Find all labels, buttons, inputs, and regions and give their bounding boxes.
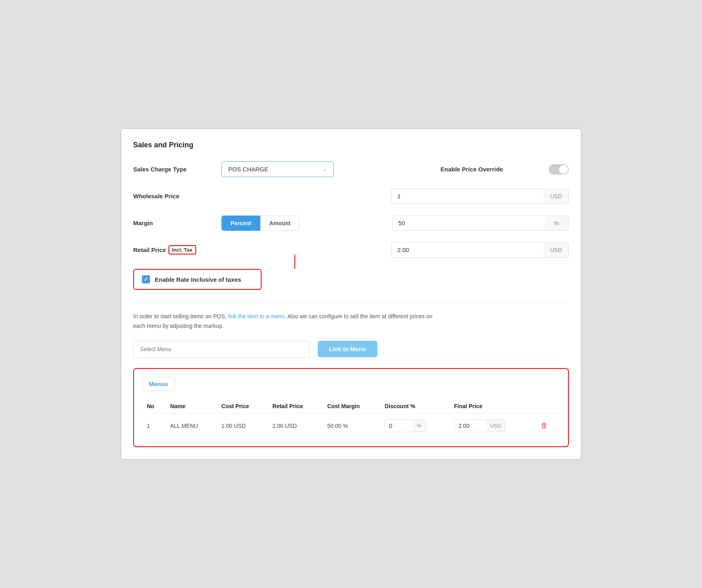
info-line1: In order to start selling items on POS, … [133,313,432,319]
chevron-down-icon: ⌄ [323,166,327,172]
menus-table: No Name Cost Price Retail Price Cost Mar… [142,399,560,438]
wholesale-price-unit: USD [544,189,569,204]
col-no: No [142,399,165,414]
discount-input-group: % [385,419,444,432]
margin-percent-button[interactable]: Percent [221,216,260,231]
col-actions [533,399,560,414]
retail-price-label: Retail Price Incl. Tax [133,245,221,254]
wholesale-price-label: Wholesale Price [133,193,221,199]
retail-price-row: Retail Price Incl. Tax USD [133,242,569,258]
enable-rate-tax-label: Enable Rate Inclusive of taxes [155,276,241,283]
col-final-price: Final Price [449,399,533,414]
margin-toggle-group: Percent Amount [221,216,300,231]
wholesale-price-control: USD [221,188,569,204]
select-menu-row: Link to Menu [133,341,569,358]
final-price-input-group: USD [454,419,528,432]
cell-discount: % [380,413,449,438]
divider [133,302,569,302]
info-text: In order to start selling items on POS, … [133,312,569,331]
sales-pricing-section: Sales and Pricing Sales Charge Type POS … [120,128,582,460]
col-cost-price: Cost Price [217,399,268,414]
col-name: Name [165,399,217,414]
section-title: Sales and Pricing [133,141,569,149]
cell-no: 1 [142,413,165,438]
cell-name: ALL MENU [165,413,217,438]
margin-amount-button[interactable]: Amount [260,216,300,231]
link-to-menu-button[interactable]: Link to Menu [318,341,377,357]
sales-charge-type-label: Sales Charge Type [133,166,221,173]
cell-cost-price: 1.00 USD [217,413,268,438]
margin-value-input[interactable] [392,215,545,231]
enable-rate-tax-row[interactable]: Enable Rate Inclusive of taxes [133,269,262,290]
col-discount: Discount % [380,399,449,414]
col-retail-price: Retail Price [268,399,323,414]
enable-rate-tax-checkbox[interactable] [142,275,150,283]
margin-unit: % [545,216,569,231]
enable-price-override-label: Enable Price Override [440,166,545,173]
cell-delete: 🗑 [533,413,560,438]
table-header-row: No Name Cost Price Retail Price Cost Mar… [142,399,560,414]
table-row: 1 ALL MENU 1.00 USD 2.00 USD 50.00 % % [142,413,560,438]
retail-price-unit: USD [544,242,569,258]
retail-price-input[interactable] [391,242,544,258]
discount-unit: % [413,419,426,432]
menus-container: Menus No Name Cost Price Retail Price Co… [133,368,569,447]
dropdown-value: POS CHARGE [228,166,268,173]
wholesale-price-row: Wholesale Price USD [133,188,569,204]
retail-price-text: Retail Price [133,246,166,253]
margin-control: Percent Amount % [221,215,569,231]
retail-price-control: USD [221,242,569,258]
retail-price-label-inner: Retail Price Incl. Tax [133,245,221,254]
final-price-input[interactable] [454,419,486,432]
delete-row-icon[interactable]: 🗑 [541,421,548,429]
sales-charge-row: Sales Charge Type POS CHARGE ⌄ Enable Pr… [133,161,569,177]
select-menu-input[interactable] [133,341,310,358]
enable-price-override-area: Enable Price Override [342,164,569,175]
wholesale-price-input[interactable] [391,188,544,204]
menus-tab[interactable]: Menus [142,377,175,391]
cell-retail-price: 2.00 USD [268,413,323,438]
sales-charge-left: Sales Charge Type POS CHARGE ⌄ [133,161,342,177]
sales-charge-type-dropdown[interactable]: POS CHARGE ⌄ [221,161,334,177]
discount-input[interactable] [385,419,413,432]
cell-cost-margin: 50.00 % [323,413,380,438]
margin-row: Margin Percent Amount % [133,215,569,231]
col-cost-margin: Cost Margin [323,399,380,414]
link-to-menu-link[interactable]: link the item to a menu [228,313,285,319]
final-price-unit: USD [486,419,505,432]
margin-label: Margin [133,220,221,226]
cell-final-price: USD [449,413,533,438]
enable-price-override-toggle[interactable] [549,164,569,175]
info-line2: each menu by adjusting the markup. [133,323,224,329]
incl-tax-badge: Incl. Tax [168,245,196,254]
